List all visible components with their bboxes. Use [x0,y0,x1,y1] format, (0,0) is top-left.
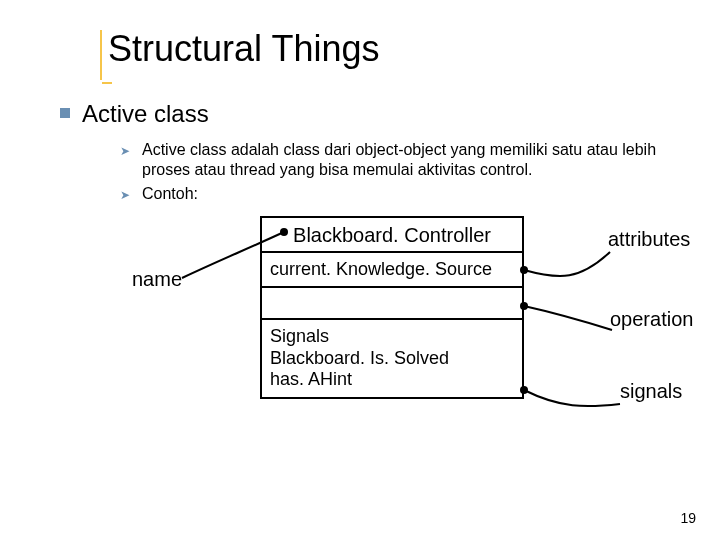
uml-signal: has. AHint [270,369,514,391]
decorative-rule [102,82,112,84]
label-signals: signals [620,380,682,403]
label-attributes: attributes [608,228,690,251]
bullet-text: Active class adalah class dari object-ob… [142,140,700,180]
uml-signal: Blackboard. Is. Solved [270,348,514,370]
bullet-level1: Active class [60,100,660,128]
bullet-level2: ➤ Contoh: [120,184,680,204]
square-bullet-icon [60,108,70,118]
bullet-level2: ➤ Active class adalah class dari object-… [120,140,700,180]
chevron-icon: ➤ [120,144,130,158]
uml-class: Blackboard. Controller current. Knowledg… [260,216,524,399]
chevron-icon: ➤ [120,188,130,202]
uml-attribute: current. Knowledge. Source [262,251,522,286]
bullet-text: Active class [82,100,209,128]
decorative-rule [100,30,102,80]
slide-title: Structural Things [108,28,379,70]
uml-class-name: Blackboard. Controller [262,218,522,251]
slide: Structural Things Active class ➤ Active … [0,0,720,540]
label-operation: operation [610,308,693,331]
uml-operation-compartment [262,286,522,318]
label-name: name [132,268,182,291]
bullet-text: Contoh: [142,184,198,204]
uml-signals-compartment: Signals Blackboard. Is. Solved has. AHin… [262,318,522,397]
uml-signals-header: Signals [270,326,514,348]
page-number: 19 [680,510,696,526]
